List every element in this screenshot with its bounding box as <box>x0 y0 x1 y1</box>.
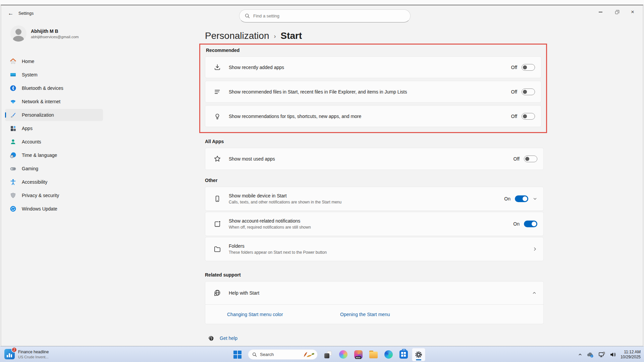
windows-logo-icon <box>233 351 241 359</box>
m365-badge: M365 <box>355 356 361 359</box>
setting-title: Show recommended files in Start, recent … <box>229 89 407 95</box>
section-label-other: Other <box>205 178 544 183</box>
taskbar-search-box[interactable]: Search <box>248 349 318 360</box>
tray-time: 11:12 AM <box>621 350 641 355</box>
toggle-switch[interactable] <box>522 88 535 95</box>
microsoft-store-button[interactable] <box>397 348 410 361</box>
setting-row-recommendations-tips[interactable]: Show recommendations for tips, shortcuts… <box>205 105 541 127</box>
onedrive-cloud-icon[interactable] <box>587 352 594 358</box>
restore-button[interactable] <box>609 7 624 17</box>
clock[interactable]: 11:12 AM 10/29/2025 <box>621 350 641 360</box>
sidebar-item-personalization[interactable]: Personalization <box>5 109 103 121</box>
tray-date: 10/29/2025 <box>621 355 641 360</box>
task-view-button[interactable] <box>321 348 335 361</box>
accounts-icon <box>10 138 16 145</box>
personalization-icon <box>10 112 16 118</box>
section-label-all-apps: All Apps <box>205 139 544 144</box>
search-icon <box>245 13 250 18</box>
gaming-icon <box>10 165 16 172</box>
widget-headline: Finance headline <box>18 350 49 354</box>
home-icon <box>10 58 16 65</box>
setting-title: Folders <box>229 243 327 249</box>
help-with-start-row[interactable]: Help with Start <box>205 282 543 304</box>
sidebar-item-home[interactable]: Home <box>5 55 103 67</box>
sidebar-item-system[interactable]: System <box>5 69 103 81</box>
file-explorer-icon <box>369 352 378 358</box>
sidebar-item-label: Apps <box>22 126 33 131</box>
toggle-switch[interactable] <box>515 195 528 202</box>
bluetooth-icon <box>10 85 16 92</box>
toggle-switch[interactable] <box>522 64 535 71</box>
toggle-switch[interactable] <box>522 113 535 120</box>
sidebar-item-gaming[interactable]: Gaming <box>5 163 103 175</box>
setting-row-account-notifications[interactable]: Show account-related notifications When … <box>205 212 544 236</box>
taskbar: 2 Finance headline US Crude Invent... Se… <box>0 346 644 362</box>
start-button[interactable] <box>231 348 244 361</box>
sidebar-item-label: Time & language <box>22 153 57 158</box>
chevron-up-icon[interactable] <box>532 291 537 295</box>
related-support-card: Help with Start Changing Start menu colo… <box>205 281 544 324</box>
star-icon <box>213 155 221 163</box>
setting-subtitle: These folders appear on Start next to th… <box>229 250 327 255</box>
back-button[interactable]: ← <box>5 9 16 18</box>
settings-taskbar-button[interactable] <box>412 348 425 361</box>
task-view-icon <box>324 351 332 358</box>
notification-icon <box>213 220 221 228</box>
sidebar-item-bluetooth-devices[interactable]: Bluetooth & devices <box>5 82 103 94</box>
sidebar-item-label: Network & internet <box>22 99 60 104</box>
minimize-button[interactable] <box>593 7 608 17</box>
setting-row-folders[interactable]: Folders These folders appear on Start ne… <box>205 237 544 261</box>
widget-subheadline: US Crude Invent... <box>18 355 49 359</box>
setting-row-mobile-device[interactable]: Show mobile device in Start Calls, texts… <box>205 187 544 211</box>
toggle-state-label: Off <box>511 65 517 70</box>
setting-title: Show most used apps <box>229 156 275 162</box>
support-link-opening-start-menu[interactable]: Opening the Start menu <box>340 312 390 317</box>
download-icon <box>213 63 221 71</box>
copilot-button[interactable] <box>336 348 350 361</box>
sidebar-item-label: Bluetooth & devices <box>22 85 63 91</box>
support-link-start-menu-color[interactable]: Changing Start menu color <box>227 312 340 317</box>
sidebar-item-label: Windows Update <box>22 206 57 212</box>
volume-icon[interactable] <box>609 352 616 358</box>
sidebar-item-accounts[interactable]: Accounts <box>5 136 103 148</box>
account-profile[interactable]: Abhijith M B abhijithservices@gmail.com <box>5 25 103 42</box>
sidebar-item-accessibility[interactable]: Accessibility <box>5 176 103 188</box>
sidebar-item-privacy-security[interactable]: Privacy & security <box>5 189 103 201</box>
edge-button[interactable] <box>382 348 395 361</box>
section-label-recommended: Recommended <box>206 48 541 53</box>
section-label-related-support: Related support <box>205 272 544 278</box>
widgets-button[interactable]: 2 Finance headline US Crude Invent... <box>4 349 49 359</box>
toggle-switch[interactable] <box>524 156 537 162</box>
chevron-down-icon[interactable] <box>533 196 537 201</box>
windows-update-icon <box>10 205 16 212</box>
setting-row-most-used[interactable]: Show most used apps Off <box>205 148 544 170</box>
sidebar-item-label: Privacy & security <box>22 193 59 198</box>
get-help-link[interactable]: Get help <box>220 336 237 341</box>
sidebar-item-time-language[interactable]: Time & language <box>5 149 103 161</box>
sidebar-item-windows-update[interactable]: Windows Update <box>5 203 103 215</box>
breadcrumb-parent[interactable]: Personalization <box>205 31 269 41</box>
close-button[interactable]: × <box>625 7 640 17</box>
network-ethernet-icon[interactable] <box>598 352 605 358</box>
sidebar-item-apps[interactable]: Apps <box>5 122 103 134</box>
search-input[interactable]: Find a setting <box>239 9 411 22</box>
phone-icon <box>213 195 221 203</box>
setting-title: Show mobile device in Start <box>229 193 341 198</box>
edge-icon <box>384 350 393 359</box>
sidebar-item-network-internet[interactable]: Network & internet <box>5 96 103 108</box>
hidden-icons-chevron-icon[interactable] <box>578 352 582 357</box>
sidebar-item-label: Personalization <box>22 112 54 118</box>
setting-row-recommended-files[interactable]: Show recommended files in Start, recent … <box>205 81 541 103</box>
toggle-state-label: Off <box>511 114 517 119</box>
m365-copilot-button[interactable]: M365 <box>352 348 365 361</box>
highlight-annotation-box: Recommended Show recently added apps Off… <box>199 44 547 133</box>
seasonal-leaves-icon <box>302 351 315 358</box>
setting-row-recently-added[interactable]: Show recently added apps Off <box>205 56 541 78</box>
m365-copilot-icon: M365 <box>354 350 363 359</box>
file-explorer-button[interactable] <box>367 348 380 361</box>
gear-icon <box>415 351 423 359</box>
toggle-switch[interactable] <box>524 221 537 227</box>
setting-subtitle: Calls, texts, and other notifications ar… <box>229 200 341 204</box>
page-title: Start <box>280 31 302 41</box>
notification-badge: 2 <box>11 347 17 353</box>
